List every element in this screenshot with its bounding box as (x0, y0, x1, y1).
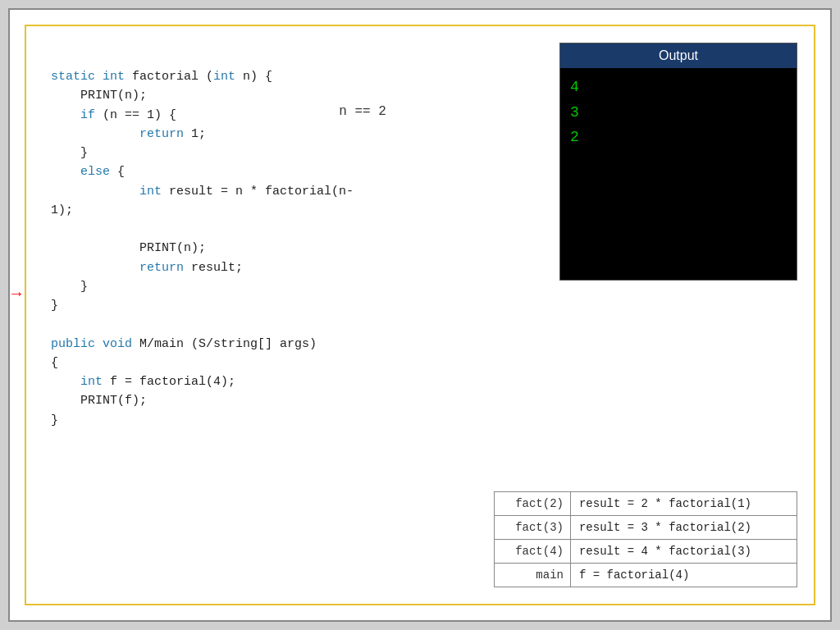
kw-int-1: int (213, 70, 235, 84)
code-line-8: 1); (51, 201, 535, 220)
current-line-arrow: → (11, 285, 21, 304)
outer-border: → n == 2 static int factorial (int n) { … (8, 8, 832, 622)
code-line-4: return 1; (51, 125, 535, 144)
frame-value-fact2: result = 2 * factorial(1) (570, 492, 797, 516)
code-line-6: else { (51, 162, 535, 181)
frame-label-fact2: fact(2) (495, 492, 571, 516)
code-line-blank (51, 220, 535, 239)
code-line-13: public void M/main (S/string[] args) (51, 335, 535, 354)
code-line-16: PRINT(f); (51, 391, 535, 410)
code-line-7: int result = n * factorial(n- (51, 182, 535, 201)
call-stack-table: fact(2) result = 2 * factorial(1) fact(3… (494, 491, 797, 587)
output-line-2: 3 (570, 100, 787, 126)
frame-value-fact4: result = 4 * factorial(3) (570, 540, 797, 564)
code-line-15: int f = factorial(4); (51, 372, 535, 391)
frame-label-main: main (495, 564, 571, 587)
code-area: static int factorial (int n) { PRINT(n);… (51, 67, 535, 587)
table-row-main: main f = factorial(4) (495, 564, 797, 587)
frame-value-fact3: result = 3 * factorial(2) (570, 516, 797, 540)
kw-static: static int (51, 70, 125, 84)
table-row-fact3: fact(3) result = 3 * factorial(2) (495, 516, 797, 540)
table-row-fact2: fact(2) result = 2 * factorial(1) (495, 492, 797, 516)
code-line-1: static int factorial (int n) { (51, 67, 535, 86)
code-text-1: factorial ( (125, 70, 213, 84)
code-line-5: } (51, 144, 535, 162)
output-title: Output (560, 43, 797, 68)
code-line-17: } (51, 411, 535, 430)
frame-label-fact3: fact(3) (495, 516, 571, 540)
output-panel: Output 4 3 2 (559, 43, 797, 281)
frame-label-fact4: fact(4) (495, 540, 571, 564)
output-content: 4 3 2 (560, 68, 797, 157)
code-line-blank2 (51, 315, 535, 334)
frame-value-main: f = factorial(4) (570, 564, 797, 587)
output-line-1: 4 (570, 75, 787, 100)
code-line-11: } (51, 277, 535, 296)
table-row-fact4: fact(4) result = 4 * factorial(3) (495, 540, 797, 564)
output-line-3: 2 (570, 125, 787, 150)
code-line-9: PRINT(n); (51, 239, 535, 258)
code-line-3: if (n == 1) { (51, 106, 535, 125)
code-line-2: PRINT(n); (51, 86, 535, 105)
code-line-14: { (51, 354, 535, 372)
code-line-12: } (51, 296, 535, 315)
code-line-10: return result; (51, 258, 535, 277)
inner-border: → n == 2 static int factorial (int n) { … (25, 25, 815, 605)
